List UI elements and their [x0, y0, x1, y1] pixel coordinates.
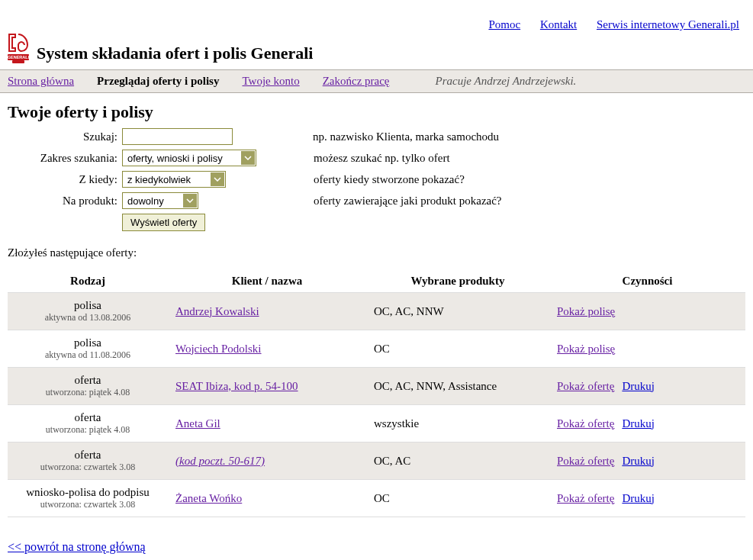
cell-products: OC, AC, NNW — [366, 293, 549, 330]
website-link[interactable]: Serwis internetowy Generali.pl — [597, 18, 739, 31]
scope-label: Zakres szukania: — [8, 152, 122, 165]
table-row: ofertautworzona: piątek 4.08Aneta Gilwsz… — [8, 405, 745, 443]
product-select[interactable]: dowolny — [122, 192, 198, 209]
table-row: wniosko-polisa do podpisuutworzona: czwa… — [8, 480, 745, 517]
submit-button[interactable]: Wyświetl oferty — [122, 214, 205, 231]
cell-kind: wniosko-polisa do podpisuutworzona: czwa… — [8, 480, 168, 517]
nav-home[interactable]: Strona główna — [8, 75, 74, 88]
cell-actions: Pokaż ofertęDrukuj — [549, 368, 745, 405]
chevron-down-icon — [241, 151, 255, 165]
print-link[interactable]: Drukuj — [622, 417, 655, 430]
when-select[interactable]: z kiedykolwiek — [122, 171, 226, 188]
cell-kind: polisaaktywna od 11.08.2006 — [8, 330, 168, 368]
cell-client: Żaneta Wońko — [168, 480, 366, 517]
client-link[interactable]: (kod poczt. 50-617) — [175, 455, 265, 467]
client-link[interactable]: Aneta Gil — [175, 417, 220, 430]
th-kind: Rodzaj — [8, 270, 168, 293]
page-title: System składania ofert i polis Generali — [37, 43, 313, 65]
th-client: Klient / nazwa — [168, 270, 366, 293]
client-link[interactable]: Wojciech Podolski — [175, 343, 262, 355]
cell-client: SEAT Ibiza, kod p. 54-100 — [168, 368, 366, 405]
cell-client: Aneta Gil — [168, 405, 366, 443]
cell-client: Andrzej Kowalski — [168, 293, 366, 330]
cell-products: OC — [366, 480, 549, 517]
nav-logout[interactable]: Zakończ pracę — [323, 75, 390, 88]
cell-kind: ofertautworzona: piątek 4.08 — [8, 368, 168, 405]
back-link-wrap: << powrót na stronę główną — [8, 540, 745, 554]
show-link[interactable]: Pokaż ofertę — [557, 417, 614, 430]
svg-rect-2 — [12, 60, 24, 63]
cell-products: wszystkie — [366, 405, 549, 443]
generali-logo-icon: GENERALI — [5, 31, 32, 65]
cell-client: Wojciech Podolski — [168, 330, 366, 368]
nav-account[interactable]: Twoje konto — [242, 75, 299, 88]
cell-actions: Pokaż polisę — [549, 330, 745, 368]
cell-products: OC, AC — [366, 443, 549, 480]
show-link[interactable]: Pokaż polisę — [557, 343, 615, 355]
search-form: Szukaj: np. nazwisko Klienta, marka samo… — [8, 128, 745, 231]
show-link[interactable]: Pokaż ofertę — [557, 380, 614, 392]
offers-table: Rodzaj Klient / nazwa Wybrane produkty C… — [8, 270, 745, 517]
th-products: Wybrane produkty — [366, 270, 549, 293]
when-label: Z kiedy: — [8, 173, 122, 186]
search-hint: np. nazwisko Klienta, marka samochodu — [313, 130, 499, 143]
cell-actions: Pokaż ofertęDrukuj — [549, 480, 745, 517]
table-row: ofertautworzona: czwartek 3.08(kod poczt… — [8, 443, 745, 480]
search-label: Szukaj: — [8, 130, 122, 143]
contact-link[interactable]: Kontakt — [540, 18, 577, 31]
client-link[interactable]: Żaneta Wońko — [175, 492, 242, 504]
table-row: polisaaktywna od 11.08.2006Wojciech Podo… — [8, 330, 745, 368]
cell-kind: ofertautworzona: piątek 4.08 — [8, 405, 168, 443]
svg-text:GENERALI: GENERALI — [8, 55, 30, 60]
cell-products: OC, AC, NNW, Assistance — [366, 368, 549, 405]
nav-bar: Strona główna Przeglądaj oferty i polisy… — [0, 69, 753, 93]
scope-select[interactable]: oferty, wnioski i polisy — [122, 150, 256, 166]
show-link[interactable]: Pokaż polisę — [557, 305, 615, 317]
help-link[interactable]: Pomoc — [488, 18, 520, 31]
client-link[interactable]: Andrzej Kowalski — [175, 305, 259, 317]
scope-hint: możesz szukać np. tylko ofert — [314, 152, 450, 165]
cell-kind: polisaaktywna od 13.08.2006 — [8, 293, 168, 330]
show-link[interactable]: Pokaż ofertę — [557, 492, 614, 504]
cell-kind: ofertautworzona: czwartek 3.08 — [8, 443, 168, 480]
cell-client: (kod poczt. 50-617) — [168, 443, 366, 480]
back-link[interactable]: << powrót na stronę główną — [8, 540, 146, 553]
table-row: ofertautworzona: piątek 4.08SEAT Ibiza, … — [8, 368, 745, 405]
product-label: Na produkt: — [8, 195, 122, 208]
page-heading: Twoje oferty i polisy — [8, 102, 745, 122]
print-link[interactable]: Drukuj — [622, 380, 655, 392]
cell-actions: Pokaż polisę — [549, 293, 745, 330]
chevron-down-icon — [183, 194, 197, 208]
product-hint: oferty zawierające jaki produkt pokazać? — [314, 195, 502, 208]
nav-user-status: Pracuje Andrzej Andrzejewski. — [436, 75, 577, 88]
intro-text: Złożyłeś następujące oferty: — [8, 246, 745, 259]
when-hint: oferty kiedy stworzone pokazać? — [314, 173, 465, 186]
table-row: polisaaktywna od 13.08.2006Andrzej Kowal… — [8, 293, 745, 330]
cell-products: OC — [366, 330, 549, 368]
chevron-down-icon — [211, 172, 224, 186]
top-links: Pomoc Kontakt Serwis internetowy General… — [0, 3, 753, 31]
print-link[interactable]: Drukuj — [622, 455, 655, 467]
client-link[interactable]: SEAT Ibiza, kod p. 54-100 — [175, 380, 298, 392]
th-actions: Czynności — [549, 270, 745, 293]
show-link[interactable]: Pokaż ofertę — [557, 455, 614, 467]
cell-actions: Pokaż ofertęDrukuj — [549, 443, 745, 480]
cell-actions: Pokaż ofertęDrukuj — [549, 405, 745, 443]
header: GENERALI System składania ofert i polis … — [0, 31, 753, 69]
nav-browse[interactable]: Przeglądaj oferty i polisy — [97, 75, 219, 88]
print-link[interactable]: Drukuj — [622, 492, 655, 504]
search-input[interactable] — [122, 128, 233, 145]
